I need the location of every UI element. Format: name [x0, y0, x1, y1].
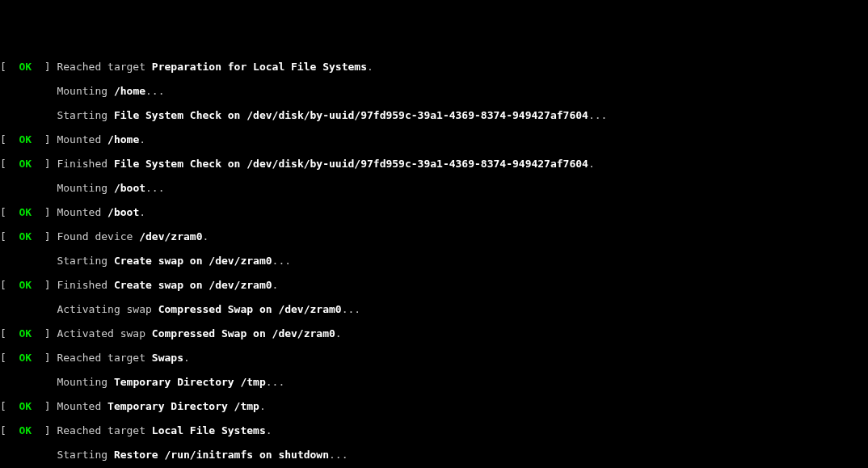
- boot-line: Starting File System Check on /dev/disk/…: [0, 109, 868, 121]
- unit: Preparation for Local File Systems: [152, 61, 367, 73]
- verb: Starting: [57, 109, 113, 121]
- boot-line: Activating swap Compressed Swap on /dev/…: [0, 303, 868, 315]
- boot-line: Starting Restore /run/initramfs on shutd…: [0, 449, 868, 461]
- boot-line: [ OK ] Reached target Swaps.: [0, 352, 868, 364]
- boot-line: [ OK ] Found device /dev/zram0.: [0, 230, 868, 242]
- verb: Reached target: [57, 61, 151, 73]
- boot-line: [ OK ] Mounted /boot.: [0, 206, 868, 218]
- boot-line: Mounting Temporary Directory /tmp...: [0, 376, 868, 388]
- boot-line: [ OK ] Mounted /home.: [0, 133, 868, 145]
- boot-line: [ OK ] Reached target Preparation for Lo…: [0, 61, 868, 73]
- boot-line: [ OK ] Mounted Temporary Directory /tmp.: [0, 400, 868, 412]
- boot-line: [ OK ] Finished File System Check on /de…: [0, 158, 868, 170]
- boot-console: [ OK ] Reached target Preparation for Lo…: [0, 48, 868, 468]
- boot-line: [ OK ] Activated swap Compressed Swap on…: [0, 327, 868, 339]
- unit: /home: [114, 85, 145, 97]
- verb: Mounting: [57, 85, 113, 97]
- unit: File System Check on /dev/disk/by-uuid/9…: [114, 109, 588, 121]
- boot-line: [ OK ] Finished Create swap on /dev/zram…: [0, 279, 868, 291]
- boot-line: Mounting /home...: [0, 85, 868, 97]
- boot-line: [ OK ] Reached target Local File Systems…: [0, 424, 868, 436]
- boot-line: Starting Create swap on /dev/zram0...: [0, 255, 868, 267]
- boot-line: Mounting /boot...: [0, 182, 868, 194]
